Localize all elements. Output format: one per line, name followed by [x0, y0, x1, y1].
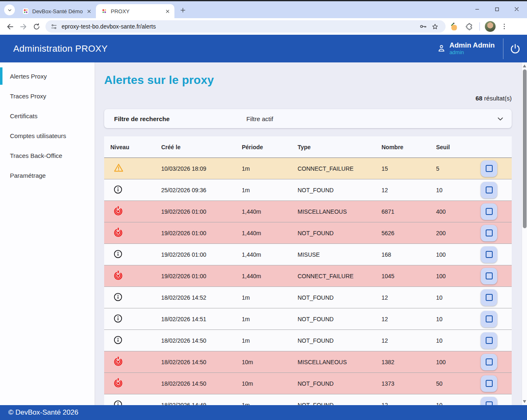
close-icon: [165, 9, 170, 14]
tab-close-button[interactable]: [164, 7, 171, 15]
cell-type: MISCELLANEOUS: [298, 359, 382, 365]
browser-menu-button[interactable]: [498, 20, 510, 33]
extensions-button[interactable]: [463, 20, 475, 33]
checkbox-icon: [486, 380, 493, 387]
info-icon: [113, 335, 123, 346]
forward-arrow-icon: [19, 22, 28, 31]
new-tab-button[interactable]: [177, 4, 188, 16]
sidebar-item-traces-proxy[interactable]: Traces Proxy: [0, 86, 95, 106]
app-header: Administration PROXY Admin Admin admin: [0, 35, 527, 62]
url-text[interactable]: eproxy-test-bo.devbox-sante.fr/alerts: [62, 23, 417, 30]
page-title: Alertes sur le proxy: [104, 74, 512, 87]
checkbox-icon: [486, 358, 493, 365]
minimize-button[interactable]: [472, 5, 482, 14]
site-favicon: [22, 8, 29, 14]
row-select-button[interactable]: [481, 332, 497, 349]
forward-button[interactable]: [17, 20, 30, 33]
table-row: 19/02/2026 01:00 1,440m MISCELLANEOUS 68…: [104, 201, 512, 222]
sidebar-item-label: Alertes Proxy: [10, 73, 47, 80]
results-label: résultat(s): [484, 95, 512, 102]
cell-created: 25/02/2026 09:36: [161, 187, 242, 193]
reload-button[interactable]: [30, 20, 43, 33]
row-select-button[interactable]: [481, 160, 497, 177]
browser-window: DevBox-Santé Démo PROXY eproxy-test-bo.d…: [0, 0, 527, 420]
cell-period: 1m: [242, 187, 298, 193]
cell-period: 10m: [242, 359, 298, 365]
power-icon: [510, 43, 521, 54]
row-select-button[interactable]: [481, 225, 497, 241]
tab-search-button[interactable]: [4, 5, 15, 15]
sidebar-item-certificats[interactable]: Certificats: [0, 106, 95, 126]
row-select-button[interactable]: [481, 289, 497, 306]
tab-proxy[interactable]: PROXY: [96, 4, 174, 18]
column-cree-le: Créé le: [161, 144, 242, 150]
filter-accordion[interactable]: Filtre de recherche Filtre actif: [104, 109, 512, 128]
cell-created: 19/02/2026 01:00: [161, 251, 242, 258]
app-title: Administration PROXY: [13, 43, 437, 54]
bookmark-button[interactable]: [429, 21, 441, 32]
row-select-button[interactable]: [481, 182, 497, 198]
color-picker-extension-icon: [449, 21, 459, 31]
sidebar-item-parametrage[interactable]: Paramétrage: [0, 165, 95, 185]
back-arrow-icon: [6, 22, 14, 31]
row-select-button[interactable]: [481, 375, 497, 392]
critical-icon: [113, 206, 123, 217]
table-row: 25/02/2026 09:36 1m NOT_FOUND 12 10: [104, 179, 512, 201]
person-icon: [437, 44, 446, 53]
sidebar-item-comptes-utilisateurs[interactable]: Comptes utilisateurs: [0, 126, 95, 146]
column-seuil: Seuil: [436, 144, 466, 150]
maximize-button[interactable]: [492, 5, 501, 14]
cell-type: NOT_FOUND: [298, 230, 382, 236]
password-manager-button[interactable]: [417, 21, 429, 32]
table-row: 18/02/2026 14:52 1m NOT_FOUND 12 10: [104, 287, 512, 308]
address-bar[interactable]: eproxy-test-bo.devbox-sante.fr/alerts: [45, 20, 446, 33]
critical-icon: [113, 270, 123, 282]
column-type: Type: [298, 144, 382, 150]
row-select-button[interactable]: [481, 203, 497, 220]
tab-devbox-sante-demo[interactable]: DevBox-Santé Démo: [17, 4, 96, 18]
info-icon: [113, 292, 123, 303]
cell-created: 18/02/2026 14:52: [161, 294, 242, 301]
cell-created: 19/02/2026 01:00: [161, 273, 242, 279]
cell-count: 12: [382, 316, 436, 322]
profile-avatar[interactable]: [485, 21, 496, 32]
chevron-down-icon: [496, 114, 505, 124]
row-select-button[interactable]: [481, 354, 497, 370]
scroll-down-arrow-icon[interactable]: [523, 400, 526, 403]
cell-threshold: 5: [436, 165, 466, 172]
user-menu[interactable]: Admin Admin admin: [437, 41, 495, 55]
back-button[interactable]: [3, 20, 17, 33]
cell-type: NOT_FOUND: [298, 337, 382, 344]
color-picker-extension-button[interactable]: [448, 20, 460, 33]
alerts-table: Niveau Créé le Période Type Nombre Seuil…: [104, 136, 512, 416]
filter-expand-button[interactable]: [496, 114, 505, 124]
alerts-table-body: 10/03/2026 18:09 1m CONNECT_FAILURE 15 5…: [104, 158, 512, 416]
table-row: 18/02/2026 14:50 10m NOT_FOUND 1373 50: [104, 373, 512, 394]
puzzle-icon: [465, 22, 474, 31]
sidebar-item-traces-back-office[interactable]: Traces Back-Office: [0, 146, 95, 165]
tab-close-button[interactable]: [85, 7, 93, 15]
row-select-button[interactable]: [481, 311, 497, 327]
close-window-button[interactable]: [512, 5, 521, 14]
cell-count: 168: [382, 251, 436, 258]
checkbox-icon: [486, 165, 493, 172]
column-periode: Période: [242, 144, 298, 150]
cell-threshold: 10: [436, 316, 466, 322]
cell-created: 19/02/2026 01:00: [161, 208, 242, 215]
cell-count: 12: [382, 187, 436, 193]
cell-count: 1045: [382, 273, 436, 279]
site-info-icon[interactable]: [50, 23, 57, 30]
sidebar-item-label: Comptes utilisateurs: [10, 132, 66, 139]
page-scrollbar[interactable]: [522, 62, 527, 420]
table-row: 18/02/2026 14:50 10m MISCELLANEOUS 1382 …: [104, 351, 512, 373]
row-select-button[interactable]: [481, 246, 497, 263]
cell-period: 1,440m: [242, 208, 298, 215]
sidebar-item-label: Certificats: [10, 112, 38, 119]
scroll-up-arrow-icon[interactable]: [523, 64, 526, 67]
user-role: admin: [449, 50, 495, 56]
logout-button[interactable]: [503, 35, 527, 62]
tab-strip: DevBox-Santé Démo PROXY: [0, 1, 527, 18]
row-select-button[interactable]: [481, 268, 497, 284]
scrollbar-thumb[interactable]: [523, 69, 527, 228]
sidebar-item-alertes-proxy[interactable]: Alertes Proxy: [0, 66, 95, 86]
